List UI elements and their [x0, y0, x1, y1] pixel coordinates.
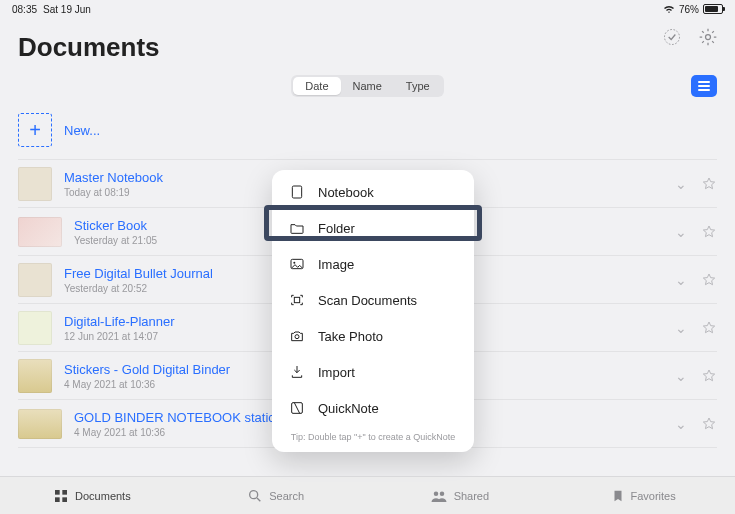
chevron-down-icon[interactable]: ⌄	[675, 224, 687, 240]
import-icon	[288, 363, 306, 381]
star-icon[interactable]	[701, 272, 717, 288]
tab-label: Search	[269, 490, 304, 502]
popover-label: Scan Documents	[318, 293, 417, 308]
chevron-down-icon[interactable]: ⌄	[675, 368, 687, 384]
favorites-icon	[611, 488, 625, 504]
popover-item-image[interactable]: Image	[272, 246, 474, 282]
item-sub: Today at 08:19	[64, 187, 163, 198]
quicknote-icon	[288, 399, 306, 417]
new-label: New...	[64, 123, 100, 138]
thumbnail	[18, 409, 62, 439]
svg-rect-8	[55, 490, 60, 495]
sort-segmented[interactable]: Date Name Type	[291, 75, 443, 97]
star-icon[interactable]	[701, 416, 717, 432]
popover-item-photo[interactable]: Take Photo	[272, 318, 474, 354]
svg-point-6	[295, 335, 299, 339]
chevron-down-icon[interactable]: ⌄	[675, 272, 687, 288]
new-item-row[interactable]: + New...	[18, 113, 717, 160]
tab-search[interactable]: Search	[184, 477, 368, 514]
search-icon	[247, 488, 263, 504]
popover-item-folder[interactable]: Folder	[272, 210, 474, 246]
thumbnail	[18, 263, 52, 297]
svg-rect-11	[62, 497, 67, 502]
item-sub: Yesterday at 20:52	[64, 283, 213, 294]
svg-rect-10	[55, 497, 60, 502]
item-name: Digital-Life-Planner	[64, 314, 175, 329]
sort-name[interactable]: Name	[341, 77, 394, 95]
svg-point-0	[665, 30, 680, 45]
chevron-down-icon[interactable]: ⌄	[675, 320, 687, 336]
scan-icon	[288, 291, 306, 309]
popover-label: Notebook	[318, 185, 374, 200]
popover-label: Image	[318, 257, 354, 272]
thumbnail	[18, 167, 52, 201]
grid-icon	[53, 488, 69, 504]
notebook-icon	[288, 183, 306, 201]
statusbar-time: 08:35	[12, 4, 37, 15]
tab-shared[interactable]: Shared	[368, 477, 552, 514]
popover-label: Import	[318, 365, 355, 380]
star-icon[interactable]	[701, 176, 717, 192]
item-name: Free Digital Bullet Journal	[64, 266, 213, 281]
image-icon	[288, 255, 306, 273]
svg-point-4	[293, 262, 295, 264]
item-name: Master Notebook	[64, 170, 163, 185]
popover-item-notebook[interactable]: Notebook	[272, 174, 474, 210]
thumbnail	[18, 311, 52, 345]
thumbnail	[18, 359, 52, 393]
popover-item-quicknote[interactable]: QuickNote	[272, 390, 474, 426]
tab-label: Documents	[75, 490, 131, 502]
item-name: Stickers - Gold Digital Binder	[64, 362, 230, 377]
statusbar-date: Sat 19 Jun	[43, 4, 91, 15]
svg-rect-5	[294, 297, 299, 302]
gear-icon[interactable]	[697, 26, 719, 48]
popover-item-import[interactable]: Import	[272, 354, 474, 390]
star-icon[interactable]	[701, 320, 717, 336]
item-sub: Yesterday at 21:05	[74, 235, 157, 246]
tab-favorites[interactable]: Favorites	[551, 477, 735, 514]
sort-date[interactable]: Date	[293, 77, 340, 95]
popover-label: QuickNote	[318, 401, 379, 416]
popover-tip: Tip: Double tap "+" to create a QuickNot…	[272, 426, 474, 444]
popover-label: Folder	[318, 221, 355, 236]
folder-icon	[288, 219, 306, 237]
item-sub: 4 May 2021 at 10:36	[64, 379, 230, 390]
shared-icon	[430, 489, 448, 503]
svg-rect-2	[292, 186, 301, 198]
svg-point-1	[706, 35, 711, 40]
wifi-icon	[663, 5, 675, 14]
item-sub: 12 Jun 2021 at 14:07	[64, 331, 175, 342]
status-bar: 08:35 Sat 19 Jun 76%	[0, 0, 735, 18]
camera-icon	[288, 327, 306, 345]
battery-percent: 76%	[679, 4, 699, 15]
star-icon[interactable]	[701, 224, 717, 240]
tab-bar: Documents Search Shared Favorites	[0, 476, 735, 514]
svg-point-14	[439, 491, 444, 496]
svg-rect-9	[62, 490, 67, 495]
svg-point-12	[250, 490, 258, 498]
star-icon[interactable]	[701, 368, 717, 384]
popover-label: Take Photo	[318, 329, 383, 344]
sort-type[interactable]: Type	[394, 77, 442, 95]
battery-icon	[703, 4, 723, 14]
plus-icon[interactable]: +	[18, 113, 52, 147]
list-view-button[interactable]	[691, 75, 717, 97]
page-title: Documents	[0, 32, 735, 63]
popover-item-scan[interactable]: Scan Documents	[272, 282, 474, 318]
tab-label: Favorites	[631, 490, 676, 502]
chevron-down-icon[interactable]: ⌄	[675, 416, 687, 432]
chevron-down-icon[interactable]: ⌄	[675, 176, 687, 192]
tab-label: Shared	[454, 490, 489, 502]
svg-point-13	[433, 491, 438, 496]
new-popover: Notebook Folder Image Scan Documents Tak…	[272, 170, 474, 452]
thumbnail	[18, 217, 62, 247]
item-name: Sticker Book	[74, 218, 157, 233]
tab-documents[interactable]: Documents	[0, 477, 184, 514]
select-icon[interactable]	[661, 26, 683, 48]
